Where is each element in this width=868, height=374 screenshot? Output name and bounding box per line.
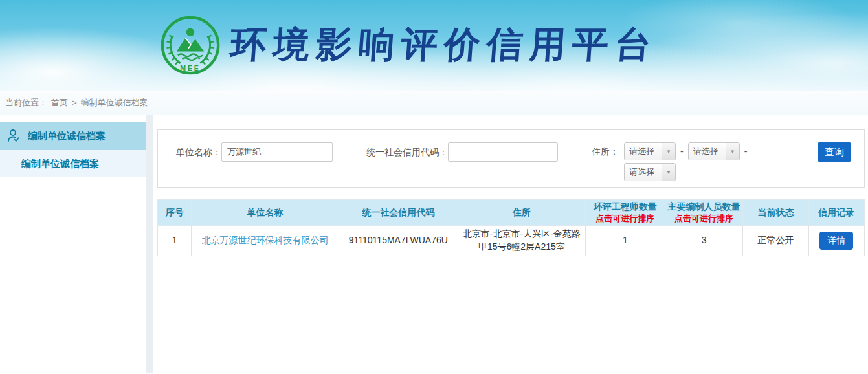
address-value: 北京市-北京市-大兴区-金苑路甲15号6幢2层A215室 bbox=[458, 226, 586, 256]
page-title: 环境影响评价信用平台 bbox=[228, 21, 659, 70]
credit-code-input[interactable] bbox=[448, 142, 558, 162]
sidebar-group-label: 编制单位诚信档案 bbox=[28, 130, 106, 142]
site-header: MEE 环境影响评价信用平台 bbox=[0, 0, 868, 91]
staff-count-link[interactable]: 3 bbox=[665, 226, 743, 256]
main-panel: 单位名称： 统一社会信用代码： 住所： 请选择 ▼ - bbox=[153, 115, 868, 373]
col-header-credit-record: 信用记录 bbox=[808, 200, 864, 226]
chevron-down-icon[interactable]: ▼ bbox=[726, 143, 739, 160]
detail-button[interactable]: 详情 bbox=[819, 232, 853, 250]
company-name-link[interactable]: 北京万源世纪环保科技有限公司 bbox=[201, 235, 328, 245]
user-check-icon bbox=[6, 128, 22, 144]
address-dash: - bbox=[744, 146, 748, 157]
address-field-group: 住所： 请选择 ▼ - 请选择 ▼ - bbox=[592, 142, 747, 181]
svg-text:MEE: MEE bbox=[180, 64, 201, 72]
address-dash: - bbox=[680, 146, 684, 157]
breadcrumb-separator: > bbox=[72, 98, 77, 107]
company-name-input[interactable] bbox=[221, 142, 333, 162]
engineer-count-link[interactable]: 1 bbox=[585, 226, 665, 256]
table-row: 1 北京万源世纪环保科技有限公司 91110115MA7LWUA76U 北京市-… bbox=[158, 226, 865, 256]
sidebar-item-credit-archive[interactable]: 编制单位诚信档案 bbox=[0, 150, 146, 177]
table-header-row: 序号 单位名称 统一社会信用代码 住所 环评工程师数量 点击可进行排序 主要编制… bbox=[158, 200, 865, 226]
address-label: 住所： bbox=[592, 142, 619, 181]
mee-logo-icon: MEE bbox=[159, 14, 221, 76]
col-header-status: 当前状态 bbox=[743, 200, 809, 226]
col-header-staff-count: 主要编制人员数量 点击可进行排序 bbox=[665, 200, 743, 226]
breadcrumb-prefix: 当前位置： bbox=[5, 97, 47, 109]
sidebar-group-credit-archive[interactable]: 编制单位诚信档案 bbox=[0, 122, 146, 150]
chevron-down-icon[interactable]: ▼ bbox=[662, 164, 675, 181]
province-select[interactable]: 请选择 ▼ bbox=[624, 142, 676, 160]
breadcrumb: 当前位置： 首页 > 编制单位诚信档案 bbox=[0, 91, 868, 115]
staff-sort-link[interactable]: 点击可进行排序 bbox=[665, 213, 742, 225]
status-value: 正常公开 bbox=[743, 226, 809, 256]
province-select-value: 请选择 bbox=[625, 143, 662, 160]
sidebar-divider bbox=[146, 115, 153, 373]
query-button[interactable]: 查询 bbox=[818, 142, 851, 162]
row-index: 1 bbox=[158, 226, 192, 256]
col-header-engineer-count: 环评工程师数量 点击可进行排序 bbox=[585, 200, 665, 226]
results-table: 序号 单位名称 统一社会信用代码 住所 环评工程师数量 点击可进行排序 主要编制… bbox=[157, 199, 865, 256]
credit-code-value: 91110115MA7LWUA76U bbox=[339, 226, 458, 256]
breadcrumb-current: 编制单位诚信档案 bbox=[81, 97, 148, 109]
credit-code-field-group: 统一社会信用代码： bbox=[366, 142, 558, 162]
district-select-value: 请选择 bbox=[625, 164, 662, 181]
company-name-label: 单位名称： bbox=[176, 142, 221, 162]
district-select[interactable]: 请选择 ▼ bbox=[624, 163, 676, 181]
breadcrumb-home-link[interactable]: 首页 bbox=[51, 97, 68, 109]
col-header-index: 序号 bbox=[158, 200, 192, 226]
search-panel: 单位名称： 统一社会信用代码： 住所： 请选择 ▼ - bbox=[157, 129, 865, 188]
credit-code-label: 统一社会信用代码： bbox=[366, 142, 448, 162]
col-header-company: 单位名称 bbox=[192, 200, 339, 226]
city-select-value: 请选择 bbox=[689, 143, 726, 160]
col-header-credit-code: 统一社会信用代码 bbox=[339, 200, 458, 226]
sidebar: 编制单位诚信档案 编制单位诚信档案 bbox=[0, 115, 146, 373]
engineer-sort-link[interactable]: 点击可进行排序 bbox=[586, 213, 665, 225]
chevron-down-icon[interactable]: ▼ bbox=[662, 143, 675, 160]
col-header-address: 住所 bbox=[458, 200, 586, 226]
sidebar-item-label: 编制单位诚信档案 bbox=[21, 158, 99, 170]
content-area: 编制单位诚信档案 编制单位诚信档案 单位名称： 统一社会信用代码： 住所： bbox=[0, 115, 868, 373]
city-select[interactable]: 请选择 ▼ bbox=[688, 142, 740, 160]
company-name-field-group: 单位名称： bbox=[176, 142, 333, 162]
